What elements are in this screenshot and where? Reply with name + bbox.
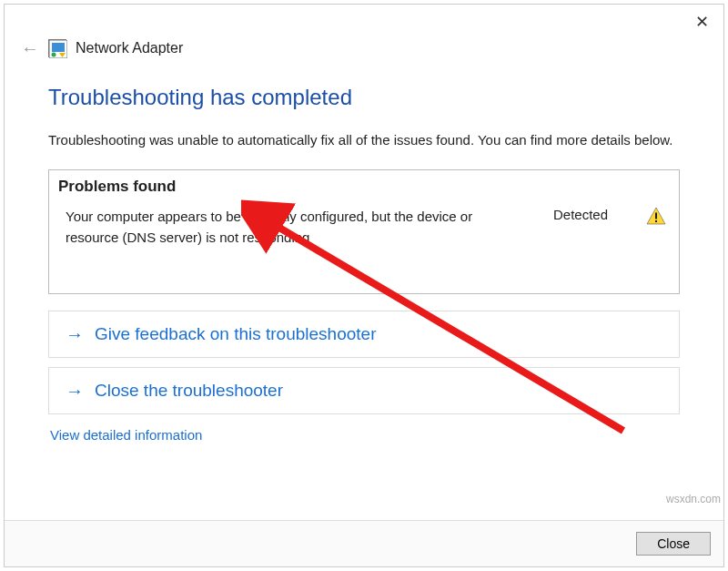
content: Troubleshooting has completed Troublesho… [5, 66, 723, 520]
problems-header: Problems found [49, 170, 679, 201]
problems-found-box: Problems found Your computer appears to … [48, 169, 680, 294]
close-button[interactable]: Close [636, 532, 711, 556]
header: ← Network Adapter [5, 36, 723, 66]
arrow-right-icon: → [66, 325, 84, 343]
give-feedback-label: Give feedback on this troubleshooter [95, 324, 376, 344]
window-title: Network Adapter [76, 40, 183, 56]
footer: Close [5, 520, 723, 566]
give-feedback-link[interactable]: → Give feedback on this troubleshooter [48, 311, 680, 358]
warning-icon [644, 207, 668, 225]
view-detailed-info-link[interactable]: View detailed information [48, 423, 202, 443]
troubleshooter-icon [48, 39, 66, 57]
watermark: wsxdn.com [666, 493, 721, 505]
problem-status: Detected [553, 207, 644, 222]
svg-rect-3 [655, 213, 657, 219]
svg-point-2 [52, 53, 56, 57]
close-troubleshooter-label: Close the troubleshooter [95, 381, 283, 401]
problem-description: Your computer appears to be correctly co… [66, 207, 553, 248]
svg-rect-4 [655, 220, 657, 222]
page-heading: Troubleshooting has completed [48, 85, 680, 110]
back-arrow-icon[interactable]: ← [21, 39, 39, 57]
page-subtext: Troubleshooting was unable to automatica… [48, 130, 680, 149]
problem-row: Your computer appears to be correctly co… [49, 201, 679, 293]
troubleshooter-window: ✕ ← Network Adapter Troubleshooting has … [4, 4, 724, 567]
close-icon[interactable]: ✕ [690, 10, 714, 34]
svg-rect-1 [52, 43, 65, 52]
close-troubleshooter-link[interactable]: → Close the troubleshooter [48, 367, 680, 414]
arrow-right-icon: → [66, 382, 84, 400]
titlebar: ✕ [5, 5, 723, 36]
